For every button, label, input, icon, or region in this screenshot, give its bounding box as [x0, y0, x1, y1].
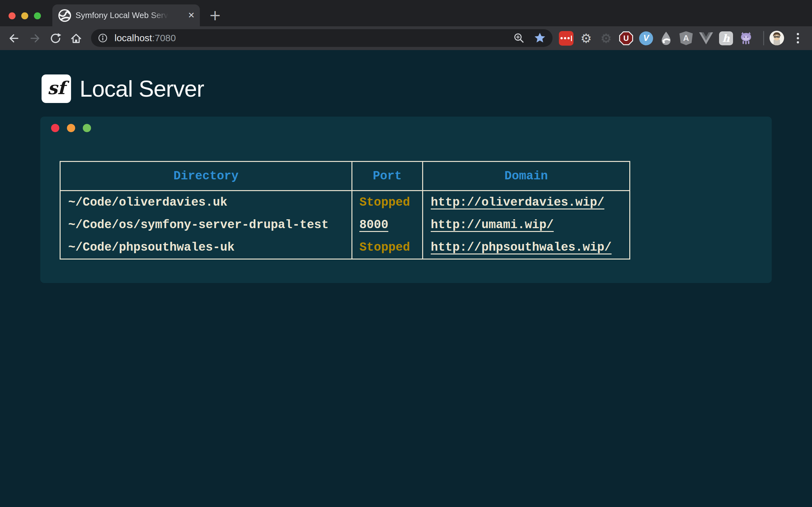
tab-bar: Symfony Local Web Server: Prox ✕ +: [0, 0, 812, 26]
directory-cell: ~/Code/os/symfony-server-drupal-test: [60, 214, 352, 236]
domain-link[interactable]: http://oliverdavies.wip/: [431, 195, 604, 209]
vue-devtools-icon[interactable]: [699, 31, 713, 46]
reload-icon[interactable]: [50, 33, 61, 44]
domain-header: Domain: [423, 162, 630, 191]
port-value[interactable]: 8000: [359, 218, 388, 232]
browser-toolbar: localhost:7080 ⚙ ⚙ U V: [0, 26, 812, 50]
url-host: localhost: [114, 33, 152, 43]
table-header-row: Directory Port Domain: [60, 162, 630, 191]
domain-cell: http://oliverdavies.wip/: [423, 191, 630, 214]
extensions-row: ⚙ ⚙ U V A h: [559, 26, 753, 50]
address-bar[interactable]: localhost:7080: [91, 29, 553, 47]
brand-header: sf Local Server: [42, 74, 204, 103]
server-row: ~/Code/oliverdavies.uk Stopped http://ol…: [60, 191, 630, 214]
domain-link[interactable]: http://phpsouthwales.wip/: [431, 240, 612, 254]
port-cell: Stopped: [352, 191, 423, 214]
directory-cell: ~/Code/phpsouthwales-uk: [60, 236, 352, 259]
profile-avatar[interactable]: [769, 31, 784, 45]
page-content: sf Local Server Directory Port Domain: [0, 50, 812, 507]
window-zoom-button[interactable]: [34, 12, 41, 19]
globe-favicon-icon: [58, 9, 71, 22]
honey-h-icon[interactable]: h: [719, 31, 733, 46]
browser-menu-icon[interactable]: [793, 26, 803, 50]
new-tab-button[interactable]: +: [208, 8, 222, 22]
symfony-logo: sf: [42, 74, 71, 103]
drupal-icon[interactable]: [659, 31, 673, 46]
site-info-icon[interactable]: [98, 33, 107, 43]
port-value: Stopped: [359, 240, 410, 254]
tab-title: Symfony Local Web Server: Prox: [75, 10, 171, 20]
symfony-sf-glyph: sf: [48, 79, 65, 97]
window-close-button[interactable]: [9, 12, 15, 19]
terminal-card: Directory Port Domain ~/Code/oliverdavie…: [40, 117, 772, 283]
octocat-icon[interactable]: [739, 31, 753, 46]
domain-cell: http://phpsouthwales.wip/: [423, 236, 630, 259]
directory-header: Directory: [60, 162, 352, 191]
table-body: ~/Code/oliverdavies.uk Stopped http://ol…: [60, 191, 630, 259]
forward-icon[interactable]: [29, 33, 41, 44]
card-red-dot: [51, 124, 59, 132]
lastpass-icon[interactable]: [559, 31, 573, 46]
gear-disabled-icon[interactable]: ⚙: [599, 31, 613, 46]
vimium-icon[interactable]: V: [639, 31, 653, 46]
window-minimize-button[interactable]: [21, 12, 28, 19]
port-value: Stopped: [359, 195, 410, 209]
url-port: :7080: [152, 33, 176, 43]
angular-shield-icon[interactable]: A: [679, 31, 693, 46]
domain-link[interactable]: http://umami.wip/: [431, 218, 554, 232]
back-icon[interactable]: [8, 33, 20, 44]
card-window-dots: [51, 124, 91, 132]
bookmark-star-icon[interactable]: [534, 32, 546, 44]
gear-icon[interactable]: ⚙: [579, 31, 594, 46]
port-cell: 8000: [352, 214, 423, 236]
window-controls: [9, 12, 41, 19]
card-orange-dot: [67, 124, 75, 132]
servers-table: Directory Port Domain ~/Code/oliverdavie…: [60, 161, 630, 260]
page-title: Local Server: [80, 76, 204, 102]
server-row: ~/Code/os/symfony-server-drupal-test 800…: [60, 214, 630, 236]
port-header: Port: [352, 162, 423, 191]
toolbar-separator: [763, 31, 764, 45]
browser-window: Symfony Local Web Server: Prox ✕ +: [0, 0, 812, 507]
port-cell: Stopped: [352, 236, 423, 259]
url-text: localhost:7080: [114, 33, 176, 43]
home-icon[interactable]: [70, 33, 82, 44]
directory-cell: ~/Code/oliverdavies.uk: [60, 191, 352, 214]
server-row: ~/Code/phpsouthwales-uk Stopped http://p…: [60, 236, 630, 259]
tab-close-icon[interactable]: ✕: [188, 4, 195, 26]
zoom-indicator-icon[interactable]: [513, 32, 525, 44]
browser-tab[interactable]: Symfony Local Web Server: Prox ✕: [52, 4, 200, 26]
domain-cell: http://umami.wip/: [423, 214, 630, 236]
card-green-dot: [83, 124, 91, 132]
ublock-origin-icon[interactable]: U: [619, 31, 633, 46]
